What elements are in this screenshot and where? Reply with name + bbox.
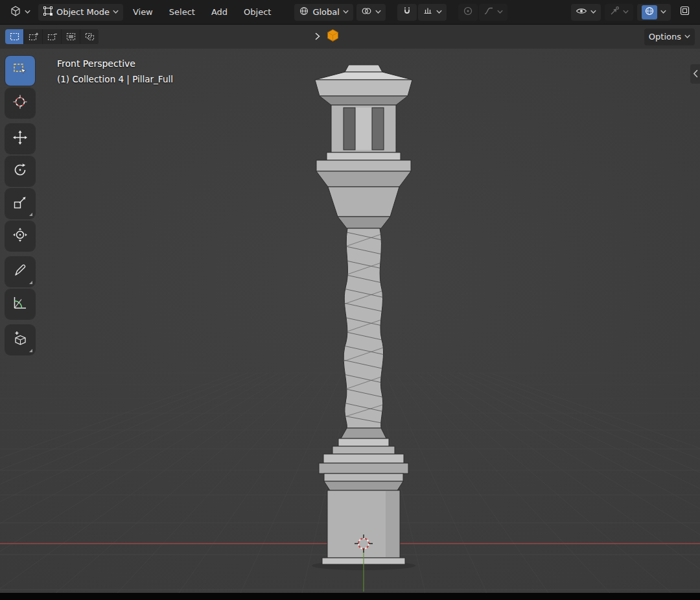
maximize-area-icon [679, 5, 690, 19]
select-mode-new[interactable] [5, 29, 23, 44]
snap-magnet-icon [402, 6, 412, 19]
mode-dropdown[interactable]: Object Mode [38, 4, 123, 21]
tool-settings-header: Options [0, 25, 700, 49]
pivot-point-dropdown[interactable] [356, 4, 386, 21]
box-select-icon [12, 61, 29, 80]
add-cube-icon [12, 330, 29, 350]
select-mode-extend[interactable] [24, 29, 42, 44]
move-icon [12, 129, 29, 149]
select-mode-subtract[interactable] [43, 29, 61, 44]
snap-settings-dropdown[interactable] [418, 4, 447, 21]
editor-type-icon [10, 5, 21, 19]
measure-icon [12, 294, 29, 314]
mode-label: Object Mode [56, 7, 110, 17]
tool-shelf [5, 56, 35, 355]
chevron-down-icon [113, 10, 119, 14]
tool-cursor-3d[interactable] [5, 88, 35, 118]
tool-move[interactable] [5, 124, 35, 154]
falloff-curve-icon [484, 6, 494, 19]
menu-add[interactable]: Add [205, 4, 234, 21]
select-mode-invert[interactable] [62, 29, 80, 44]
orientation-label: Global [312, 7, 339, 17]
top-menu-bar: Object Mode View Select Add Object Globa… [0, 0, 700, 25]
transform-orientation-dropdown[interactable]: Global [294, 4, 353, 21]
tool-add-cube[interactable] [5, 325, 35, 355]
viewport-3d[interactable]: Front Perspective (1) Collection 4 | Pil… [0, 49, 700, 593]
rotate-icon [12, 162, 29, 181]
pillar-object[interactable] [315, 65, 412, 564]
sidebar-toggle[interactable] [690, 64, 700, 84]
object-mode-icon [43, 6, 53, 19]
maximize-area-button[interactable] [675, 4, 695, 21]
options-label: Options [649, 32, 681, 42]
chevron-down-icon [436, 10, 442, 14]
chevron-down-icon [25, 10, 30, 14]
object-visibility-dropdown[interactable] [571, 4, 601, 21]
chevron-down-icon [684, 34, 690, 39]
select-mode-group [5, 29, 99, 44]
annotate-pen-icon [12, 262, 29, 282]
transform-icon [12, 226, 29, 246]
viewport-canvas[interactable] [0, 49, 700, 593]
viewport-shading-active-segment [642, 5, 657, 19]
tool-header-center [315, 25, 340, 49]
tool-rotate[interactable] [5, 156, 35, 186]
select-mode-intersect[interactable] [80, 29, 99, 44]
breadcrumb-chevron-icon[interactable] [315, 30, 320, 43]
proportional-editing-icon [463, 6, 473, 19]
tool-transform[interactable] [5, 221, 35, 251]
tool-select-box[interactable] [5, 56, 35, 86]
visibility-eye-icon [576, 6, 587, 18]
chevron-left-icon [693, 68, 698, 80]
viewport-shading-sphere-icon [644, 6, 655, 19]
blender-window: { "topbar": { "mode_label": "Object Mode… [0, 0, 700, 600]
proportional-editing-toggle[interactable] [458, 4, 478, 21]
orientation-globe-icon [299, 6, 309, 19]
chevron-down-icon [660, 10, 666, 14]
tool-group-select [5, 56, 35, 118]
status-bar [0, 593, 700, 600]
menu-object[interactable]: Object [237, 4, 277, 21]
menu-select[interactable]: Select [163, 4, 202, 21]
tool-group-annotate [5, 257, 35, 319]
snap-toggle-button[interactable] [397, 4, 417, 21]
chevron-down-icon [343, 10, 349, 14]
scale-icon [12, 194, 29, 213]
gizmo-dropdown[interactable] [605, 4, 633, 21]
tool-annotate[interactable] [5, 257, 35, 287]
viewport-shading-dropdown[interactable] [637, 4, 671, 21]
gizmo-arrow-icon [609, 6, 620, 19]
tool-measure[interactable] [5, 289, 35, 319]
snap-target-icon [423, 6, 433, 19]
chevron-down-icon [590, 10, 596, 14]
options-dropdown[interactable]: Options [644, 29, 695, 45]
cursor-3d-icon [12, 93, 29, 113]
tool-group-transform [5, 124, 35, 251]
topbar-right-cluster [571, 4, 695, 21]
menu-view[interactable]: View [126, 4, 159, 21]
chevron-down-icon [375, 10, 381, 14]
tool-scale[interactable] [5, 189, 35, 219]
proportional-falloff-dropdown[interactable] [479, 4, 508, 21]
editor-type-button[interactable] [5, 4, 35, 21]
chevron-down-icon [623, 10, 629, 14]
chevron-down-icon [497, 10, 503, 14]
mesh-object-icon[interactable] [326, 29, 340, 45]
tool-group-add [5, 325, 35, 355]
pivot-point-icon [361, 6, 372, 19]
